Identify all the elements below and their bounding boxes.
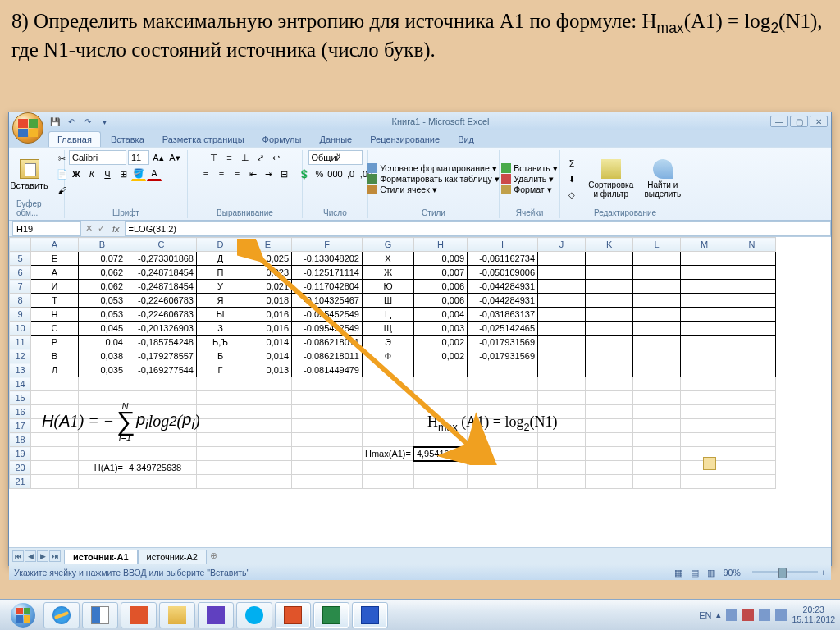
cell[interactable]	[681, 308, 728, 322]
cell[interactable]	[292, 419, 363, 433]
cell[interactable]	[538, 391, 586, 405]
col-header[interactable]: F	[292, 238, 363, 252]
cell[interactable]	[681, 419, 728, 433]
cell[interactable]	[413, 461, 467, 475]
cell[interactable]	[586, 391, 633, 405]
cell[interactable]: У	[197, 280, 244, 294]
col-header[interactable]: K	[586, 238, 633, 252]
cell[interactable]	[468, 447, 538, 461]
cell[interactable]: 0,053	[79, 294, 126, 308]
cell[interactable]	[197, 405, 244, 419]
cell[interactable]	[681, 349, 728, 363]
taskbar-folder[interactable]	[159, 602, 195, 628]
ribbon-tab-2[interactable]: Разметка страницы	[154, 132, 253, 147]
cell[interactable]: -0,224606783	[126, 294, 197, 308]
prev-sheet-icon[interactable]: ◀	[25, 550, 36, 562]
cell[interactable]	[197, 377, 244, 391]
cell[interactable]	[538, 280, 586, 294]
cell[interactable]: -0,179278557	[126, 349, 197, 363]
cell[interactable]	[538, 308, 586, 322]
cell[interactable]	[586, 294, 633, 308]
merge-icon[interactable]: ⊟	[276, 167, 291, 181]
cell[interactable]	[586, 405, 633, 419]
last-sheet-icon[interactable]: ⏭	[49, 550, 61, 562]
cell[interactable]: Н	[31, 308, 79, 322]
insert-cells-button[interactable]: Вставить ▾	[501, 163, 558, 173]
fx-icon[interactable]: fx	[112, 224, 120, 234]
cell[interactable]	[468, 363, 538, 377]
row-header[interactable]: 17	[10, 419, 31, 433]
taskbar-powerpoint[interactable]	[275, 602, 311, 628]
cell[interactable]: -0,044284931	[468, 294, 538, 308]
close-button[interactable]: ✕	[810, 116, 828, 127]
accept-formula-icon[interactable]: ✓	[98, 223, 105, 234]
align-right-icon[interactable]: ≡	[230, 167, 244, 181]
cell[interactable]	[728, 391, 776, 405]
cell[interactable]	[633, 475, 681, 489]
cell[interactable]	[244, 391, 292, 405]
bold-icon[interactable]: Ж	[69, 167, 84, 181]
align-left-icon[interactable]: ≡	[199, 167, 213, 181]
cell[interactable]	[126, 475, 197, 489]
cell[interactable]: -0,169277544	[126, 363, 197, 377]
sort-filter-button[interactable]: Сортировка и фильтр	[584, 158, 638, 200]
cell[interactable]: -0,104325467	[292, 294, 363, 308]
tray-icon-1[interactable]	[726, 609, 737, 621]
cell[interactable]	[79, 475, 126, 489]
cell[interactable]	[633, 294, 681, 308]
format-as-table-button[interactable]: Форматировать как таблицу ▾	[368, 174, 500, 184]
cell[interactable]: -0,117042804	[292, 280, 363, 294]
cell[interactable]: 0,045	[79, 322, 126, 336]
cell[interactable]: 0,053	[79, 308, 126, 322]
cell[interactable]	[728, 252, 776, 266]
cell[interactable]	[197, 433, 244, 447]
cell[interactable]	[633, 308, 681, 322]
row-header[interactable]: 8	[10, 294, 31, 308]
cell[interactable]: Ц	[363, 308, 414, 322]
cell[interactable]: 4,95419631	[413, 447, 467, 461]
cell[interactable]	[292, 377, 363, 391]
cell[interactable]: 0,013	[244, 363, 292, 377]
fill-color-icon[interactable]: 🪣	[131, 167, 146, 181]
cell[interactable]	[363, 363, 414, 377]
cell[interactable]: Я	[197, 294, 244, 308]
cell[interactable]	[681, 266, 728, 280]
taskbar-app2[interactable]	[198, 602, 234, 628]
cell[interactable]	[538, 363, 586, 377]
autosum-icon[interactable]: Σ	[564, 156, 579, 171]
row-header[interactable]: 16	[10, 405, 31, 419]
office-button[interactable]	[12, 112, 43, 144]
cell[interactable]: Х	[363, 252, 414, 266]
cell[interactable]: 0,016	[244, 308, 292, 322]
cell[interactable]: -0,086218011	[292, 349, 363, 363]
cell[interactable]: 0,007	[413, 266, 467, 280]
cell[interactable]	[538, 377, 586, 391]
indent-icon[interactable]: ⇥	[261, 167, 276, 181]
cell[interactable]	[633, 419, 681, 433]
cell[interactable]	[413, 433, 467, 447]
font-name-combo[interactable]: Calibri	[69, 150, 126, 165]
grow-font-icon[interactable]: A▴	[151, 150, 166, 165]
cell[interactable]: 0,04	[79, 336, 126, 349]
cell[interactable]: Щ	[363, 322, 414, 336]
minimize-button[interactable]: —	[770, 116, 788, 127]
sheet-tab[interactable]: источник-А1	[64, 550, 138, 564]
cell[interactable]	[468, 461, 538, 475]
cell[interactable]: H(A1)=	[79, 461, 126, 475]
cell[interactable]: 0,002	[413, 349, 467, 363]
zoom-level[interactable]: 90%	[724, 568, 741, 578]
cell[interactable]	[538, 447, 586, 461]
delete-cells-button[interactable]: Удалить ▾	[501, 174, 558, 184]
cell[interactable]	[538, 433, 586, 447]
cell[interactable]	[363, 391, 414, 405]
col-header[interactable]	[10, 238, 31, 252]
cell[interactable]	[31, 461, 79, 475]
zoom-out-icon[interactable]: −	[744, 568, 749, 578]
cell[interactable]	[586, 447, 633, 461]
font-size-combo[interactable]: 11	[128, 150, 149, 165]
cell[interactable]: 0,002	[413, 336, 467, 349]
cell[interactable]	[538, 266, 586, 280]
zoom-slider[interactable]	[752, 571, 818, 573]
first-sheet-icon[interactable]: ⏮	[12, 550, 24, 562]
cell[interactable]	[244, 433, 292, 447]
